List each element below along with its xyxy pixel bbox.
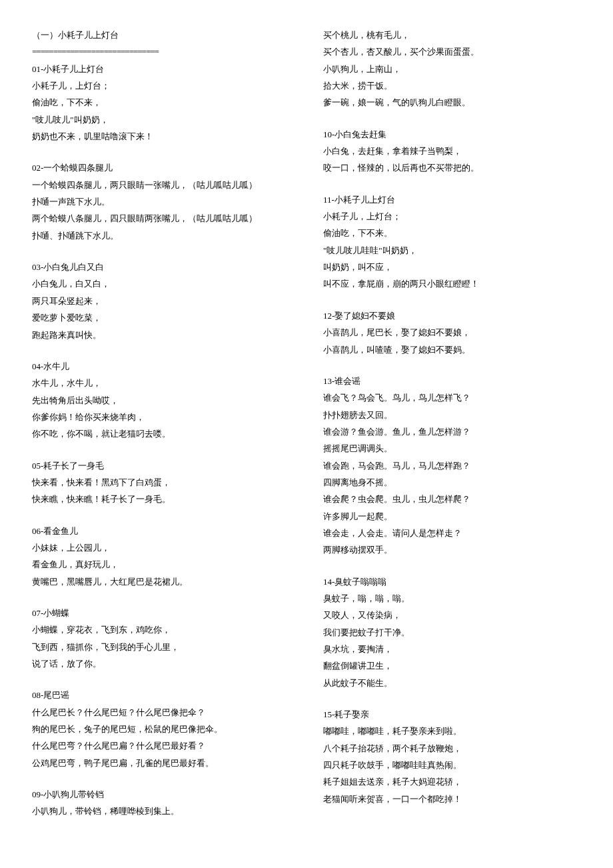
- entry-title: 04-水牛儿: [32, 358, 290, 375]
- right-column: 买个桃儿，桃有毛儿，买个杏儿，杏又酸儿，买个沙果面蛋蛋。小叭狗儿，上南山，拾大米…: [323, 27, 581, 835]
- entry-line: 看金鱼儿，真好玩儿，: [32, 556, 290, 573]
- entry-line: 谁会走，人会走。请问人是怎样走？: [323, 525, 581, 541]
- entry-line: 扑嗵、扑嗵跳下水儿。: [32, 227, 290, 244]
- entry-line: 四只耗子吹鼓手，嘟嘟哇哇真热闹。: [323, 757, 581, 773]
- entry-line: 买个杏儿，杏又酸儿，买个沙果面蛋蛋。: [323, 43, 581, 60]
- entry-line: 许多脚儿一起爬。: [323, 508, 581, 525]
- entry-title: 13-谁会谣: [323, 373, 581, 389]
- entry-block: 买个桃儿，桃有毛儿，买个杏儿，杏又酸儿，买个沙果面蛋蛋。小叭狗儿，上南山，拾大米…: [323, 27, 581, 111]
- entry-line: 谁会游？鱼会游。鱼儿，鱼儿怎样游？: [323, 423, 581, 440]
- entry-title: 02-一个蛤蟆四条腿儿: [32, 159, 290, 176]
- entry-block: 04-水牛儿水牛儿，水牛儿，先出犄角后出头呦哎，你爹你妈！给你买来烧羊肉，你不吃…: [32, 358, 290, 443]
- entry-title: 12-娶了媳妇不要娘: [323, 307, 581, 324]
- entry-line: 小叭狗儿，带铃铛，稀哩哗棱到集上。: [32, 803, 290, 819]
- entry-line: 八个耗子抬花轿，两个耗子放鞭炮，: [323, 740, 581, 757]
- entry-line: "吱儿吱儿哇哇"叫奶奶，: [323, 242, 581, 259]
- entry-line: 谁会爬？虫会爬。虫儿，虫儿怎样爬？: [323, 491, 581, 507]
- entry-line: 说了话，放了你。: [32, 655, 290, 672]
- entry-line: 水牛儿，水牛儿，: [32, 375, 290, 391]
- entry-line: 公鸡尾巴弯，鸭子尾巴扁，孔雀的尾巴最好看。: [32, 755, 290, 771]
- entry-title: 14-臭蚊子嗡嗡嗡: [323, 573, 581, 590]
- entry-block: 06-看金鱼儿小妹妹，上公园儿，看金鱼儿，真好玩儿，黄嘴巴，黑嘴唇儿，大红尾巴是…: [32, 523, 290, 590]
- entry-block: 03-小白兔儿白又白小白兔儿，白又白，两只耳朵竖起来，爱吃萝卜爱吃菜，跑起路来真…: [32, 259, 290, 343]
- entry-block: 01-小耗子儿上灯台小耗子儿，上灯台；偷油吃，下不来，"吱儿吱儿"叫奶奶，奶奶也…: [32, 61, 290, 145]
- entry-line: 小白兔，去赶集，拿着辣子当鸭梨，: [323, 143, 581, 159]
- entry-title: 05-耗子长了一身毛: [32, 457, 290, 474]
- entry-line: 小耗子儿，上灯台；: [323, 208, 581, 225]
- entry-line: 偷油吃，下不来，: [32, 94, 290, 111]
- entry-line: 偷油吃，下不来。: [323, 225, 581, 241]
- entry-line: 扑嗵一声跳下水儿。: [32, 193, 290, 210]
- entry-block: 11-小耗子儿上灯台小耗子儿，上灯台；偷油吃，下不来。"吱儿吱儿哇哇"叫奶奶，叫…: [323, 191, 581, 293]
- entry-line: 一个蛤蟆四条腿儿，两只眼睛一张嘴儿，（咕儿呱咕儿呱）: [32, 177, 290, 193]
- entry-line: 奶奶也不来，叽里咕噜滚下来！: [32, 128, 290, 145]
- entry-line: 小蝴蝶，穿花衣，飞到东，鸡吃你，: [32, 621, 290, 638]
- entry-line: "吱儿吱儿"叫奶奶，: [32, 111, 290, 128]
- entry-line: 什么尾巴弯？什么尾巴扁？什么尾巴最好看？: [32, 737, 290, 754]
- entry-block: 15-耗子娶亲嘟嘟哇，嘟嘟哇，耗子娶亲来到啦。八个耗子抬花轿，两个耗子放鞭炮，四…: [323, 706, 581, 807]
- entry-title: 15-耗子娶亲: [323, 706, 581, 723]
- entry-title: 01-小耗子儿上灯台: [32, 61, 290, 77]
- entry-title: 09-小叭狗儿带铃铛: [32, 786, 290, 803]
- entry-line: 叫奶奶，叫不应，: [323, 259, 581, 275]
- entry-title: 11-小耗子儿上灯台: [323, 191, 581, 208]
- entry-line: 扑扑翅膀去又回。: [323, 407, 581, 423]
- entry-block: 08-尾巴谣什么尾巴长？什么尾巴短？什么尾巴像把伞？狗的尾巴长，兔子的尾巴短，松…: [32, 687, 290, 771]
- entry-title: 10-小白兔去赶集: [323, 126, 581, 143]
- entry-title: 06-看金鱼儿: [32, 523, 290, 539]
- entry-block: 13-谁会谣谁会飞？鸟会飞。鸟儿，鸟儿怎样飞？扑扑翅膀去又回。谁会游？鱼会游。鱼…: [323, 373, 581, 559]
- divider: ==============================: [32, 43, 290, 60]
- entry-line: 咬一口，怪辣的，以后再也不买带把的。: [323, 159, 581, 176]
- entry-line: 老猫闻听来贺喜，一口一个都吃掉！: [323, 791, 581, 807]
- entry-line: 爱吃萝卜爱吃菜，: [32, 309, 290, 326]
- entry-line: 买个桃儿，桃有毛儿，: [323, 27, 581, 43]
- left-column: （一）小耗子儿上灯台 =============================…: [32, 27, 290, 835]
- entry-line: 两个蛤蟆八条腿儿，四只眼睛两张嘴儿，（咕儿呱咕儿呱）: [32, 210, 290, 227]
- entry-line: 小喜鹊儿，叫喳喳，娶了媳妇不要妈。: [323, 341, 581, 358]
- entry-block: 05-耗子长了一身毛快来看，快来看！黑鸡下了白鸡蛋，快来瞧，快来瞧！耗子长了一身…: [32, 457, 290, 508]
- section-title: （一）小耗子儿上灯台: [32, 27, 290, 43]
- entry-line: 飞到西，猫抓你，飞到我的手心儿里，: [32, 639, 290, 655]
- entry-line: 耗子姐姐去送亲，耗子大妈迎花轿，: [323, 773, 581, 790]
- entry-line: 狗的尾巴长，兔子的尾巴短，松鼠的尾巴像把伞。: [32, 721, 290, 737]
- entry-line: 臭蚊子，嗡，嗡，嗡。: [323, 590, 581, 607]
- entry-line: 小白兔儿，白又白，: [32, 275, 290, 292]
- entry-line: 跑起路来真叫快。: [32, 327, 290, 343]
- entry-line: 快来看，快来看！黑鸡下了白鸡蛋，: [32, 474, 290, 491]
- entry-line: 又咬人，又传染病，: [323, 607, 581, 623]
- entry-title: 03-小白兔儿白又白: [32, 259, 290, 275]
- entry-line: 谁会跑，马会跑。马儿，马儿怎样跑？: [323, 457, 581, 474]
- entry-line: 小耗子儿，上灯台；: [32, 77, 290, 94]
- entry-block: 10-小白兔去赶集小白兔，去赶集，拿着辣子当鸭梨，咬一口，怪辣的，以后再也不买带…: [323, 126, 581, 177]
- entry-block: 02-一个蛤蟆四条腿儿一个蛤蟆四条腿儿，两只眼睛一张嘴儿，（咕儿呱咕儿呱）扑嗵一…: [32, 159, 290, 244]
- entry-line: 嘟嘟哇，嘟嘟哇，耗子娶亲来到啦。: [323, 723, 581, 739]
- entry-line: 黄嘴巴，黑嘴唇儿，大红尾巴是花裙儿。: [32, 573, 290, 590]
- entry-line: 爹一碗，娘一碗，气的叭狗儿白瞪眼。: [323, 94, 581, 111]
- entry-block: 14-臭蚊子嗡嗡嗡臭蚊子，嗡，嗡，嗡。又咬人，又传染病，我们要把蚊子打干净。臭水…: [323, 573, 581, 691]
- entry-line: 翻盆倒罐讲卫生，: [323, 657, 581, 674]
- entry-line: 先出犄角后出头呦哎，: [32, 392, 290, 409]
- entry-line: 臭水坑，要掏清，: [323, 641, 581, 657]
- entry-line: 小喜鹊儿，尾巴长，娶了媳妇不要娘，: [323, 324, 581, 341]
- entry-block: 12-娶了媳妇不要娘小喜鹊儿，尾巴长，娶了媳妇不要娘，小喜鹊儿，叫喳喳，娶了媳妇…: [323, 307, 581, 358]
- entry-line: 快来瞧，快来瞧！耗子长了一身毛。: [32, 491, 290, 507]
- entry-line: 你爹你妈！给你买来烧羊肉，: [32, 409, 290, 425]
- entry-title: 08-尾巴谣: [32, 687, 290, 703]
- entry-line: 什么尾巴长？什么尾巴短？什么尾巴像把伞？: [32, 704, 290, 721]
- entry-line: 摇摇尾巴调调头。: [323, 440, 581, 457]
- entry-line: 我们要把蚊子打干净。: [323, 624, 581, 641]
- entry-line: 从此蚊子不能生。: [323, 675, 581, 691]
- entry-line: 叫不应，拿屁崩，崩的两只小眼红瞪瞪！: [323, 275, 581, 292]
- entry-title: 07-小蝴蝶: [32, 605, 290, 621]
- entry-line: 小叭狗儿，上南山，: [323, 61, 581, 77]
- entry-line: 拾大米，捞干饭。: [323, 77, 581, 94]
- entry-block: 07-小蝴蝶小蝴蝶，穿花衣，飞到东，鸡吃你，飞到西，猫抓你，飞到我的手心儿里，说…: [32, 605, 290, 672]
- entry-line: 两只耳朵竖起来，: [32, 293, 290, 309]
- entry-line: 谁会飞？鸟会飞。鸟儿，鸟儿怎样飞？: [323, 389, 581, 406]
- entry-line: 四脚离地身不摇。: [323, 474, 581, 491]
- entry-line: 你不吃，你不喝，就让老猫叼去喽。: [32, 425, 290, 442]
- entry-line: 小妹妹，上公园儿，: [32, 539, 290, 556]
- entry-block: 09-小叭狗儿带铃铛小叭狗儿，带铃铛，稀哩哗棱到集上。: [32, 786, 290, 820]
- entry-line: 两脚移动摆双手。: [323, 541, 581, 558]
